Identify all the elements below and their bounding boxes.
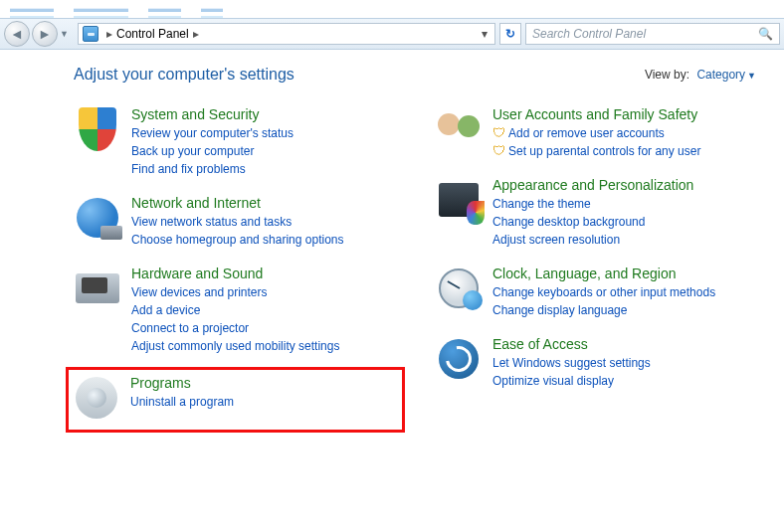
- view-by: View by: Category▼: [645, 68, 756, 82]
- shield-icon: 🛡: [492, 124, 505, 142]
- link-user-accounts[interactable]: User Accounts and Family Safety: [492, 106, 697, 122]
- breadcrumb[interactable]: ▸ Control Panel ▸ ▾: [78, 23, 495, 45]
- network-icon[interactable]: [74, 194, 121, 242]
- search-icon: 🔍: [758, 27, 773, 41]
- control-panel-icon: [83, 26, 98, 42]
- link-optimize-display[interactable]: Optimize visual display: [492, 372, 651, 390]
- link-system-security[interactable]: System and Security: [131, 106, 259, 122]
- user-accounts-icon[interactable]: [435, 105, 483, 153]
- category-hardware: Hardware and Sound View devices and prin…: [74, 265, 395, 355]
- link-display-language[interactable]: Change display language: [492, 301, 715, 319]
- link-network-status[interactable]: View network status and tasks: [131, 213, 343, 231]
- forward-button[interactable]: ►: [32, 21, 58, 47]
- link-projector[interactable]: Connect to a projector: [131, 319, 339, 337]
- clock-icon[interactable]: [435, 265, 483, 312]
- category-appearance: Appearance and Personalization Change th…: [435, 176, 756, 249]
- link-appearance[interactable]: Appearance and Personalization: [492, 177, 693, 193]
- appearance-icon[interactable]: [435, 176, 483, 224]
- back-button[interactable]: ◄: [4, 21, 30, 47]
- link-hardware[interactable]: Hardware and Sound: [131, 266, 263, 281]
- ease-of-access-icon[interactable]: [435, 335, 483, 383]
- link-network[interactable]: Network and Internet: [131, 195, 261, 211]
- page-body: Adjust your computer's settings View by:…: [0, 50, 784, 532]
- shield-icon: 🛡: [492, 142, 505, 160]
- link-resolution[interactable]: Adjust screen resolution: [492, 231, 693, 249]
- window-tabs: ▬▬▬▬▬▬▬▬▬▬▬▬▬▬: [0, 0, 784, 18]
- link-devices-printers[interactable]: View devices and printers: [131, 283, 339, 301]
- link-desktop-bg[interactable]: Change desktop background: [492, 213, 693, 231]
- category-programs: Programs Uninstall a program: [66, 367, 405, 433]
- chevron-right-icon[interactable]: ▸: [189, 27, 203, 41]
- link-change-theme[interactable]: Change the theme: [492, 195, 693, 213]
- link-keyboards[interactable]: Change keyboards or other input methods: [492, 283, 715, 301]
- hardware-icon[interactable]: [74, 265, 121, 312]
- link-review-status[interactable]: Review your computer's status: [131, 124, 294, 142]
- link-backup[interactable]: Back up your computer: [131, 142, 294, 160]
- nav-history-dropdown[interactable]: ▼: [60, 29, 72, 39]
- link-add-remove-users[interactable]: Add or remove user accounts: [508, 124, 665, 142]
- link-homegroup[interactable]: Choose homegroup and sharing options: [131, 231, 343, 249]
- category-clock: Clock, Language, and Region Change keybo…: [435, 265, 756, 319]
- search-placeholder: Search Control Panel: [532, 27, 646, 41]
- breadcrumb-item[interactable]: Control Panel: [116, 27, 189, 41]
- view-by-dropdown[interactable]: Category▼: [696, 68, 756, 82]
- link-uninstall[interactable]: Uninstall a program: [130, 393, 234, 411]
- toolbar: ◄ ► ▼ ▸ Control Panel ▸ ▾ ↻ Search Contr…: [0, 18, 784, 50]
- link-add-device[interactable]: Add a device: [131, 301, 339, 319]
- refresh-button[interactable]: ↻: [499, 23, 521, 45]
- link-find-fix[interactable]: Find and fix problems: [131, 160, 294, 178]
- category-system-security: System and Security Review your computer…: [74, 105, 395, 178]
- programs-icon[interactable]: [73, 374, 120, 422]
- link-ease-of-access[interactable]: Ease of Access: [492, 336, 588, 352]
- chevron-right-icon: ▸: [102, 27, 116, 41]
- category-user-accounts: User Accounts and Family Safety 🛡Add or …: [435, 105, 756, 160]
- link-programs[interactable]: Programs: [130, 375, 191, 391]
- system-security-icon[interactable]: [74, 105, 121, 153]
- link-clock[interactable]: Clock, Language, and Region: [492, 266, 676, 281]
- breadcrumb-dropdown[interactable]: ▾: [477, 27, 492, 41]
- category-ease-of-access: Ease of Access Let Windows suggest setti…: [435, 335, 756, 390]
- link-suggest-settings[interactable]: Let Windows suggest settings: [492, 354, 651, 372]
- page-title: Adjust your computer's settings: [74, 66, 294, 84]
- link-mobility[interactable]: Adjust commonly used mobility settings: [131, 337, 339, 355]
- link-parental-controls[interactable]: Set up parental controls for any user: [508, 142, 700, 160]
- search-input[interactable]: Search Control Panel 🔍: [525, 23, 780, 45]
- category-network: Network and Internet View network status…: [74, 194, 395, 249]
